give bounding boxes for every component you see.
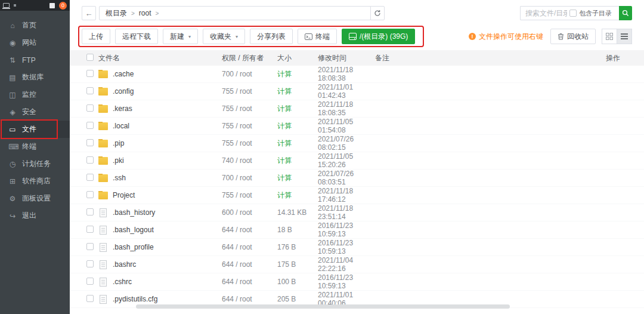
- recycle-bin-button[interactable]: 回收站: [550, 29, 596, 44]
- file-name[interactable]: .ssh: [113, 174, 126, 182]
- new-menu-button[interactable]: 新建 ▾: [163, 29, 198, 44]
- file-name[interactable]: .pydistutils.cfg: [113, 295, 157, 303]
- terminal-button[interactable]: 终端: [298, 29, 337, 44]
- file-permission: 755 / root: [222, 139, 277, 147]
- row-checkbox[interactable]: [86, 104, 94, 112]
- sidebar-item-label: 文件: [22, 124, 36, 134]
- terminal-icon: ⌨: [8, 143, 17, 151]
- calc-size-link[interactable]: 计算: [277, 173, 318, 183]
- file-name[interactable]: .cache: [113, 70, 134, 78]
- file-name[interactable]: Project: [113, 191, 135, 199]
- chevron-down-icon: ▾: [188, 34, 191, 39]
- sidebar-item-monitor[interactable]: ◫ 监控: [0, 86, 70, 103]
- row-checkbox[interactable]: [86, 174, 94, 181]
- sidebar-item-label: 安全: [22, 107, 36, 117]
- file-row[interactable]: .bashrc 644 / root 175 B 2021/11/04 22:2…: [70, 256, 644, 273]
- calc-size-link[interactable]: 计算: [277, 69, 318, 79]
- share-list-button[interactable]: 分享列表: [250, 29, 293, 44]
- select-all-checkbox[interactable]: [86, 54, 94, 61]
- file-row[interactable]: .pki 740 / root 计算 2021/11/05 15:20:26: [70, 152, 644, 170]
- row-checkbox[interactable]: [86, 139, 94, 146]
- back-button[interactable]: ←: [82, 6, 96, 20]
- sidebar-item-terminal[interactable]: ⌨ 终端: [0, 138, 70, 155]
- info-icon: !: [469, 33, 476, 40]
- file-name[interactable]: .config: [113, 87, 134, 96]
- row-checkbox[interactable]: [86, 70, 94, 77]
- list-view-button[interactable]: [617, 29, 632, 44]
- file-row[interactable]: .pip 755 / root 计算 2021/07/26 08:02:15: [70, 135, 644, 152]
- sidebar-item-website[interactable]: ◉ 网站: [0, 34, 70, 51]
- file-name[interactable]: .bash_history: [113, 208, 155, 217]
- sidebar-item-ftp[interactable]: ⇅ FTP: [0, 51, 70, 69]
- sidebar-item-app-store[interactable]: ⊞ 软件商店: [0, 173, 70, 190]
- calc-size-link[interactable]: 计算: [277, 156, 318, 166]
- row-checkbox[interactable]: [86, 191, 94, 198]
- root-disk-button[interactable]: /(根目录) (39G): [342, 29, 415, 44]
- sidebar-item-security[interactable]: ◈ 安全: [0, 103, 70, 121]
- remote-download-button[interactable]: 远程下载: [115, 29, 158, 44]
- file-row[interactable]: .ssh 700 / root 计算 2021/07/26 08:03:51: [70, 170, 644, 187]
- calc-size-link[interactable]: 计算: [277, 190, 318, 201]
- horizontal-scrollbar[interactable]: [136, 304, 510, 309]
- grid-view-button[interactable]: [602, 29, 617, 44]
- file-name[interactable]: .keras: [113, 104, 132, 113]
- file-icon: [100, 295, 107, 304]
- breadcrumb-item[interactable]: 根目录: [106, 8, 127, 19]
- search-icon: [622, 10, 629, 17]
- calc-size-link[interactable]: 计算: [277, 121, 318, 131]
- file-row[interactable]: .cache 700 / root 计算 2021/11/18 18:08:38: [70, 66, 644, 83]
- sidebar: 0 ⌂ 首页 ◉ 网站 ⇅ FTP ▤ 数据库 ◫ 监控 ◈ 安全 ▭ 文件 ⌨…: [0, 0, 70, 314]
- row-checkbox[interactable]: [86, 278, 94, 285]
- search-button[interactable]: [619, 6, 632, 20]
- file-name[interactable]: .bash_logout: [113, 226, 154, 234]
- file-row[interactable]: .cshrc 644 / root 100 B 2016/11/23 10:59…: [70, 273, 644, 291]
- breadcrumb-item[interactable]: root: [139, 9, 151, 17]
- file-row[interactable]: .config 755 / root 计算 2021/11/01 01:42:4…: [70, 83, 644, 100]
- calc-size-link[interactable]: 计算: [277, 104, 318, 114]
- sidebar-item-files[interactable]: ▭ 文件: [0, 121, 70, 138]
- sidebar-item-label: 监控: [22, 90, 36, 100]
- calc-size-link[interactable]: 计算: [277, 87, 318, 97]
- row-checkbox[interactable]: [86, 226, 94, 233]
- column-header-name: 文件名: [98, 53, 222, 63]
- row-checkbox[interactable]: [86, 208, 94, 216]
- favorites-menu-button[interactable]: 收藏夹 ▾: [203, 29, 245, 44]
- sidebar-item-panel-settings[interactable]: ⚙ 面板设置: [0, 190, 70, 207]
- file-permission: 644 / root: [222, 243, 277, 251]
- row-checkbox[interactable]: [86, 260, 94, 267]
- file-row[interactable]: .bash_logout 644 / root 18 B 2016/11/23 …: [70, 221, 644, 239]
- file-row[interactable]: Project 755 / root 计算 2021/11/18 17:46:1…: [70, 187, 644, 204]
- file-size: 14.31 KB: [277, 208, 318, 217]
- file-row[interactable]: .bash_history 600 / root 14.31 KB 2021/1…: [70, 204, 644, 221]
- search-box: 包含子目录: [520, 6, 619, 20]
- website-icon: ◉: [8, 39, 17, 47]
- sidebar-item-cron[interactable]: ◷ 计划任务: [0, 155, 70, 173]
- sidebar-item-database[interactable]: ▤ 数据库: [0, 69, 70, 86]
- search-input[interactable]: [525, 9, 567, 17]
- file-permission: 644 / root: [222, 295, 277, 303]
- tab-icon: [49, 3, 55, 8]
- sidebar-item-home[interactable]: ⌂ 首页: [0, 17, 70, 34]
- file-name[interactable]: .cshrc: [113, 278, 132, 286]
- file-row[interactable]: .bash_profile 644 / root 176 B 2016/11/2…: [70, 239, 644, 256]
- file-name[interactable]: .pki: [113, 156, 124, 165]
- file-row[interactable]: .local 755 / root 计算 2021/11/05 01:54:08: [70, 118, 644, 135]
- refresh-button[interactable]: [370, 6, 385, 20]
- include-subdir-option[interactable]: 包含子目录: [569, 9, 612, 18]
- row-checkbox[interactable]: [86, 122, 94, 129]
- sidebar-item-label: 数据库: [22, 72, 44, 82]
- calc-size-link[interactable]: 计算: [277, 138, 318, 149]
- include-subdir-checkbox[interactable]: [569, 10, 577, 17]
- file-row[interactable]: .keras 755 / root 计算 2021/11/18 18:08:35: [70, 100, 644, 118]
- row-checkbox[interactable]: [86, 243, 94, 250]
- file-name[interactable]: .bash_profile: [113, 243, 154, 251]
- sidebar-item-logout[interactable]: ↪ 退出: [0, 207, 70, 224]
- upload-button[interactable]: 上传: [82, 29, 110, 44]
- file-name[interactable]: .pip: [113, 139, 124, 147]
- window-titlebar: 0: [0, 0, 70, 11]
- row-checkbox[interactable]: [86, 87, 94, 94]
- row-checkbox[interactable]: [86, 156, 94, 164]
- row-checkbox[interactable]: [86, 295, 94, 302]
- file-name[interactable]: .bashrc: [113, 260, 136, 269]
- file-name[interactable]: .local: [113, 122, 129, 130]
